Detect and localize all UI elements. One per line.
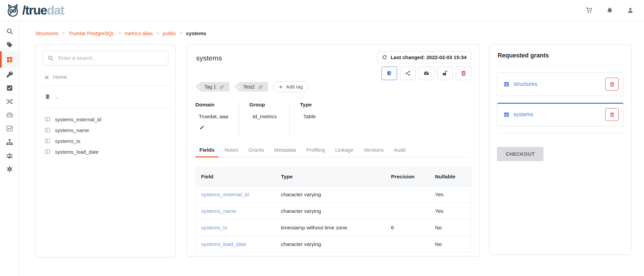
sidebar-rail [0,21,20,276]
plus-icon [279,85,283,89]
tab-notes[interactable]: Notes [221,144,243,157]
home-label: Home [53,74,67,80]
cart-icon[interactable] [586,7,593,14]
tab-profiling[interactable]: Profiling [302,144,329,157]
rail-item-shuffle[interactable] [0,95,19,108]
breadcrumb-separator: > [62,31,65,36]
search-input[interactable] [58,55,163,61]
tag-label: Tag 1 [204,84,216,90]
attributes-section: Domain Truedat, aaa Group td_metrics Typ… [195,102,471,138]
tab-fields[interactable]: Fields [195,144,219,157]
bell-icon[interactable] [606,7,613,14]
user-icon[interactable] [627,7,634,14]
field-link[interactable]: systems_name [196,203,276,220]
chevron-double-left-icon: « [45,74,48,80]
last-changed-label: Last changed: 2022-02-03 15:34 [391,54,467,60]
tree-item-systems-external-id[interactable]: systems_external_id [43,114,168,125]
tree-item-systems-load-date[interactable]: systems_load_date [43,146,168,157]
tab-audit[interactable]: Audit [390,144,410,157]
tree-item-label: systems_external_id [55,117,101,122]
remove-grant-structures-button[interactable] [605,78,619,91]
rail-item-keys[interactable] [0,68,19,81]
search-icon [6,28,13,35]
shield-icon [386,70,392,76]
grant-link-structures[interactable]: structures [503,81,537,87]
edit-domain-button[interactable] [199,125,205,130]
rail-item-taxonomy[interactable] [0,135,19,149]
link-icon[interactable] [219,84,224,90]
profiling-button[interactable] [419,67,434,80]
breadcrumb-link-schema[interactable]: public [163,30,176,36]
owl-logo-icon [5,3,20,18]
tab-versions[interactable]: Versions [360,144,388,157]
tag-chip-tag1[interactable]: Tag 1 [195,82,229,92]
table-icon [503,81,510,87]
delete-structure-button[interactable] [456,67,471,80]
share-icon [405,70,411,76]
link-icon[interactable] [258,84,263,90]
users-icon [6,152,13,159]
rail-item-systems[interactable] [0,108,19,122]
attribute-type: Type Table [300,102,326,138]
rail-item-settings[interactable] [0,162,19,176]
columns-icon [45,127,51,133]
tag-hole [237,86,240,88]
rail-item-search[interactable] [0,24,19,38]
breadcrumb-separator: > [157,31,159,36]
tab-linkage[interactable]: Linkage [331,144,357,157]
tag-chip-test2[interactable]: Test2 [234,82,268,92]
column-header-field: Field [196,167,276,186]
breadcrumb-separator: > [118,31,121,36]
field-link[interactable]: systems_load_date [196,236,276,253]
tree-parent-item[interactable]: .. [43,93,168,101]
action-button-row [382,67,471,80]
unlock-button[interactable] [437,67,453,80]
add-tag-button[interactable]: Add tag [273,81,309,92]
table-row: systems_name character varying Yes [196,203,471,220]
table-row: systems_ts timestamp without time zone 6… [196,220,471,236]
protect-button[interactable] [382,67,397,80]
field-nullable: Yes [430,186,471,203]
unlock-icon [442,70,448,76]
column-header-type: Type [276,167,386,186]
tab-metadata[interactable]: Metadata [270,144,300,157]
type-label: Type [300,102,316,108]
remove-grant-systems-button[interactable] [605,108,619,121]
domain-label: Domain [195,102,229,108]
tree-home-link[interactable]: « Home [45,74,166,80]
breadcrumb: Structures > Truedat PostgreSQL > metric… [35,30,644,36]
breadcrumb-link-structures[interactable]: Structures [35,30,58,36]
page-content: Structures > Truedat PostgreSQL > metric… [20,21,644,276]
field-link[interactable]: systems_external_id [196,186,276,203]
column-header-precision: Precision [386,167,430,186]
tree-search-box [43,51,168,66]
checkout-button[interactable]: CHECKOUT [497,147,543,161]
tree-field-list: systems_external_id systems_name systems… [43,114,168,157]
rail-item-charts[interactable] [0,122,19,135]
tab-grants[interactable]: Grants [244,144,268,157]
truedat-logo[interactable]: /truedat [5,3,64,18]
field-type: character varying [276,203,386,220]
rail-item-tags[interactable] [0,38,19,51]
field-link[interactable]: systems_ts [196,220,276,236]
tag-label: Test2 [243,84,254,90]
rail-item-users[interactable] [0,149,19,162]
tree-item-systems-ts[interactable]: systems_ts [43,135,168,146]
type-value: Table [300,114,316,120]
divider [497,65,624,66]
divider [43,107,168,108]
tag-hole [198,86,201,88]
share-button[interactable] [400,67,416,80]
tree-item-systems-name[interactable]: systems_name [43,125,168,135]
grant-link-systems[interactable]: systems [503,111,533,118]
gear-icon [6,166,13,173]
breadcrumb-link-database[interactable]: metrics alias [125,30,153,36]
field-nullable: No [430,236,471,253]
field-type: character varying [276,186,386,203]
breadcrumb-link-system[interactable]: Truedat PostgreSQL [68,30,115,36]
tree-item-label: systems_load_date [55,149,99,155]
rail-item-structures[interactable] [0,51,19,68]
rail-item-quality[interactable] [0,81,19,95]
group-value: td_metrics [249,114,279,120]
last-changed-button[interactable]: Last changed: 2022-02-03 15:34 [377,51,471,63]
